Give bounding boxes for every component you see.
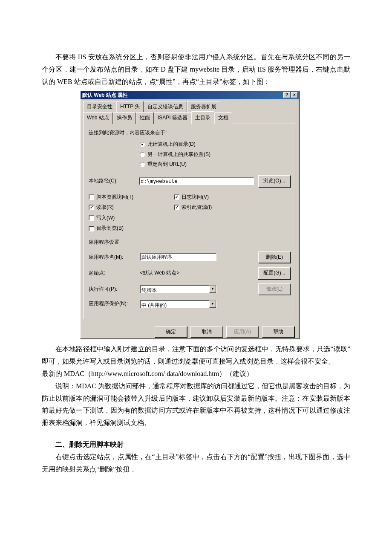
paragraph-5: 右键点击选定站点，点属性，在“主目录”标签中，点击右下方的“配置”按扭，出现下图… — [42, 451, 350, 476]
ok-button[interactable]: 确定 — [155, 326, 187, 338]
paragraph-3: 最新的 MDAC（http://www.microsoft.com/ data/… — [42, 368, 350, 380]
app-settings-label: 应用程序设置 — [89, 238, 291, 247]
dialog-footer: 确定 取消 应用(A) 帮助 — [81, 323, 299, 339]
checkbox-icon — [89, 226, 94, 231]
radio-label: 此计算机上的目录(D) — [147, 140, 196, 149]
paragraph-1: 不要将 IIS 安放在系统分区上，否则容易使非法用户侵入系统分区。首先在与系统分… — [42, 51, 350, 88]
check-write[interactable]: 写入(W) — [89, 214, 174, 223]
remove-button[interactable]: 删除(E) — [258, 251, 291, 263]
app-protect-dropdown[interactable]: 中 (共用的) ▼ — [140, 300, 216, 308]
local-path-label: 本地路径(C): — [89, 176, 139, 186]
chevron-down-icon: ▼ — [209, 286, 216, 293]
radio-label: 重定向到 URL(U) — [147, 160, 187, 169]
tabs-row-back: 目录安全性 HTTP 头 自定义错误信息 服务器扩展 — [83, 101, 296, 113]
tab-panel-home-dir: 连接到此资源时，内容应该来自于: 此计算机上的目录(D) 另一计算机上的共享位置… — [83, 124, 296, 319]
tab-performance[interactable]: 性能 — [136, 112, 154, 124]
tab-dir-security[interactable]: 目录安全性 — [83, 101, 116, 113]
check-dir-browse[interactable]: 目录浏览(B) — [89, 224, 174, 233]
help-button[interactable]: 帮助 — [262, 326, 294, 338]
radio-icon — [140, 152, 145, 157]
radio-redirect-url[interactable]: 重定向到 URL(U) — [140, 160, 291, 169]
unload-button: 卸载(L) — [258, 283, 291, 295]
tab-http-header[interactable]: HTTP 头 — [116, 101, 144, 113]
radio-share-location[interactable]: 另一计算机上的共享位置(S) — [140, 150, 291, 159]
radio-icon — [140, 162, 145, 167]
radio-this-computer[interactable]: 此计算机上的目录(D) — [140, 140, 291, 149]
tab-custom-errors[interactable]: 自定义错误信息 — [144, 101, 187, 113]
checkbox-icon — [174, 205, 179, 210]
check-script-access[interactable]: 脚本资源访问(T) — [89, 193, 174, 202]
exec-perm-label: 执行许可(P): — [89, 285, 140, 294]
app-name-label: 应用程序名(M): — [89, 253, 140, 262]
check-log-access[interactable]: 日志访问(V) — [174, 193, 259, 202]
radio-icon — [140, 142, 145, 147]
config-button[interactable]: 配置(G)... — [258, 267, 291, 279]
start-point-value: <默认 Web 站点> — [140, 269, 216, 278]
cancel-button[interactable]: 取消 — [190, 326, 223, 338]
section-heading: 二、删除无用脚本映射 — [42, 439, 350, 451]
tab-server-ext[interactable]: 服务器扩展 — [187, 101, 220, 113]
connect-label: 连接到此资源时，内容应该来自于: — [89, 128, 291, 138]
start-point-label: 起始点: — [89, 269, 140, 278]
apply-button: 应用(A) — [226, 326, 259, 338]
app-protect-label: 应用程序保护(N): — [89, 299, 140, 309]
dialog-screenshot: 默认 Web 站点 属性 ? × 目录安全性 HTTP 头 自定义错误信息 服务… — [80, 90, 350, 339]
tab-home-dir[interactable]: 主目录 — [191, 111, 214, 124]
titlebar: 默认 Web 站点 属性 ? × — [81, 91, 299, 99]
tab-web-site[interactable]: Web 站点 — [83, 112, 113, 124]
window-title: 默认 Web 站点 属性 — [82, 91, 283, 100]
checkbox-icon — [174, 194, 179, 200]
dialog: 默认 Web 站点 属性 ? × 目录安全性 HTTP 头 自定义错误信息 服务… — [80, 90, 299, 339]
exec-perm-dropdown[interactable]: 纯脚本 ▼ — [140, 285, 216, 293]
radio-label: 另一计算机上的共享位置(S) — [147, 150, 210, 159]
tabs-row-front: Web 站点 操作员 性能 ISAPI 筛选器 主目录 文档 — [83, 112, 296, 124]
tab-operator[interactable]: 操作员 — [113, 112, 136, 124]
checkbox-icon — [89, 205, 94, 210]
local-path-input[interactable] — [139, 177, 254, 185]
close-icon[interactable]: × — [291, 92, 298, 98]
paragraph-2: 在本地路径框中输入刚才建立的目录，注意下面的多个访问的复选框中，无特殊要求，只选… — [42, 343, 350, 368]
chevron-down-icon: ▼ — [209, 301, 216, 308]
tab-documents[interactable]: 文档 — [214, 112, 232, 124]
help-icon[interactable]: ? — [283, 92, 290, 98]
checkbox-icon — [89, 194, 94, 200]
checkbox-icon — [89, 215, 94, 221]
check-read[interactable]: 读取(R) — [89, 203, 174, 212]
check-index-resource[interactable]: 索引此资源(I) — [174, 203, 259, 212]
app-name-input[interactable] — [140, 253, 216, 261]
paragraph-4: 说明：MDAC 为数据访问部件，通常程序对数据库的访问都通过它，但它也是黑客攻击… — [42, 380, 350, 429]
tab-isapi[interactable]: ISAPI 筛选器 — [154, 112, 191, 124]
browse-button[interactable]: 浏览(O)... — [258, 175, 291, 187]
